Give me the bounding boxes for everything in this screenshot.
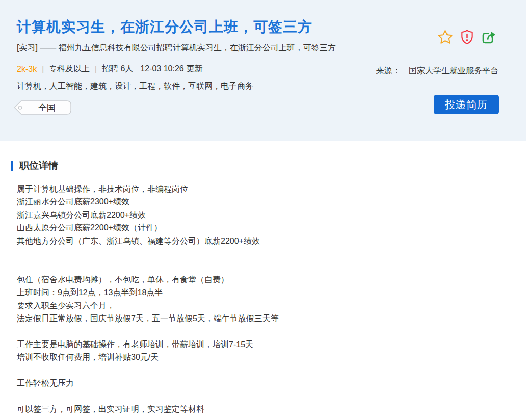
location-tag: 全国: [14, 100, 72, 115]
meta-separator: |: [95, 65, 97, 73]
source-row: 来源： 国家大学生就业服务平台: [376, 66, 498, 76]
description-line: [17, 247, 506, 260]
headcount: 招聘 6人: [102, 64, 133, 74]
description-line: 培训不收取任何费用，培训补贴30元/天: [17, 351, 506, 363]
description-line: [17, 325, 506, 337]
apply-resume-button[interactable]: 投递简历: [434, 95, 499, 114]
job-description: 属于计算机基础操作，非技术岗位，非编程岗位浙江丽水分公司底薪2300+绩效浙江嘉…: [17, 182, 506, 415]
salary-range: 2k-3k: [17, 65, 37, 74]
description-line: [17, 260, 506, 273]
description-line: 浙江丽水分公司底薪2300+绩效: [17, 195, 506, 208]
description-line: 其他地方分公司（广东、浙江乌镇、福建等分公司）底薪2200+绩效: [17, 234, 506, 247]
description-line: 包住（宿舍水电费均摊），不包吃，单休，有食堂（自费）: [17, 273, 506, 286]
updated-time: 12-03 10:26 更新: [140, 64, 202, 74]
education-requirement: 专科及以上: [49, 64, 90, 74]
section-title: 职位详情: [19, 159, 58, 172]
description-line: [17, 364, 506, 377]
share-button[interactable]: [481, 30, 496, 46]
source-value: 国家大学生就业服务平台: [409, 66, 498, 75]
source-label: 来源：: [376, 66, 401, 75]
header-actions: [437, 30, 496, 46]
description-line: 山西太原分公司底薪2200+绩效（计件）: [17, 221, 506, 234]
favorite-button[interactable]: [437, 30, 453, 46]
job-subtitle: [实习] —— 福州九五信息科技有限公司招聘计算机实习生，在浙江分公司上班，可签…: [17, 43, 336, 54]
description-line: 要求入职至少实习六个月，: [17, 299, 506, 312]
job-meta-row: 2k-3k | 专科及以上 | 招聘 6人 12-03 10:26 更新: [17, 64, 202, 74]
job-detail-page: 计算机实习生，在浙江分公司上班，可签三方: [0, 0, 526, 420]
description-line: 可以签三方，可网签，出实习证明，实习鉴定等材料: [17, 403, 506, 415]
share-icon: [482, 30, 496, 46]
shield-alert-icon: [461, 30, 474, 46]
section-header: 职位详情: [11, 159, 58, 172]
job-header: 计算机实习生，在浙江分公司上班，可签三方: [0, 0, 526, 141]
section-accent-bar: [11, 161, 13, 171]
description-line: 工作轻松无压力: [17, 377, 506, 389]
meta-separator: |: [42, 65, 44, 73]
description-line: 浙江嘉兴乌镇分公司底薪2200+绩效: [17, 208, 506, 221]
category-tags: 计算机，人工智能，建筑，设计，工程，软件，互联网，电子商务: [17, 81, 253, 92]
description-line: 上班时间：9点到12点，13点半到18点半: [17, 286, 506, 299]
description-line: [17, 390, 506, 403]
star-icon: [438, 30, 453, 46]
report-button[interactable]: [459, 30, 475, 46]
page-title: 计算机实习生，在浙江分公司上班，可签三方: [17, 17, 312, 37]
location-tag-label: 全国: [14, 100, 72, 115]
description-line: 属于计算机基础操作，非技术岗位，非编程岗位: [17, 182, 506, 195]
description-line: 工作主要是电脑的基础操作，有老师培训，带薪培训，培训7-15天: [17, 338, 506, 351]
description-line: 法定假日正常放假，国庆节放假7天，五一节放假5天，端午节放假三天等: [17, 312, 506, 325]
